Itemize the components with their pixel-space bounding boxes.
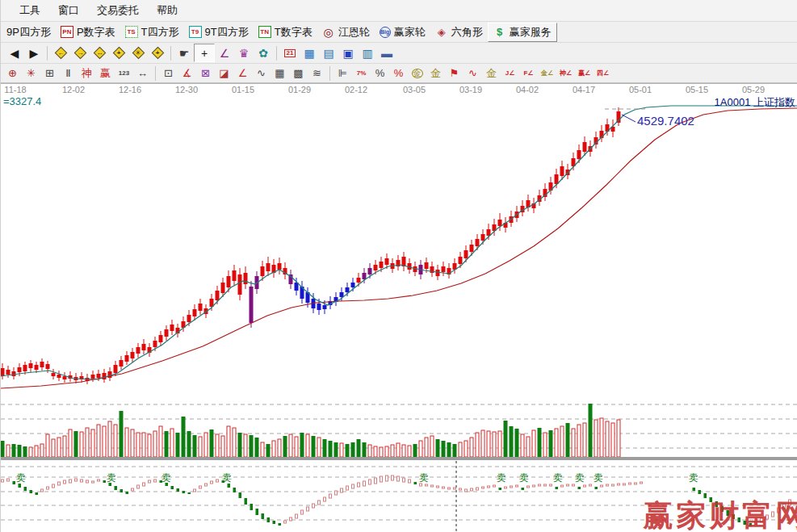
levels-icon[interactable]: ⊫ (333, 65, 352, 81)
back-icon[interactable]: ◀ (5, 44, 24, 61)
volume-canvas[interactable] (1, 402, 797, 460)
fan-lines-icon[interactable]: ∡ (178, 65, 196, 81)
ying-tool-icon[interactable]: 赢 (96, 65, 115, 81)
button-hexagon[interactable]: ◈ 六角形 (430, 23, 488, 41)
flag-icon[interactable]: ⚑ (445, 65, 464, 81)
forward-icon[interactable]: ▶ (24, 44, 44, 61)
publish-icon: ▥ (362, 48, 372, 59)
candle-body (221, 283, 225, 293)
gann-center-icon[interactable]: ⊕ (3, 65, 22, 81)
winner-gann-app: 工具 窗口 交易委托 帮助 9P四方形 PN P数字表 TS T四方形 T9 9… (0, 0, 797, 532)
indicator-mark-pink (290, 517, 292, 521)
menu-tools[interactable]: 工具 (10, 0, 49, 21)
gann-shift-right-icon[interactable]: → (70, 44, 90, 61)
volume-bar-up (136, 433, 140, 457)
ruler-123-icon[interactable]: 123 (115, 65, 133, 81)
calculator-icon: ▦ (304, 48, 314, 59)
button-label: 9T四方形 (205, 25, 249, 40)
volume-bar-up (425, 438, 428, 457)
indicator-mark-green (36, 492, 39, 495)
percent-7-icon[interactable]: 7% (352, 65, 371, 81)
indicator-mark-pink (612, 484, 615, 486)
button-winner-service[interactable]: $ 赢家服务 (488, 23, 557, 42)
angle-measure-icon[interactable]: ∠ (215, 44, 234, 61)
j-angle-icon[interactable]: J∠ (501, 65, 519, 81)
width-measure-icon[interactable]: ↔ (133, 65, 152, 81)
gann-radial-icon[interactable]: ✳ (22, 65, 40, 81)
box-corner-icon[interactable]: ⊡ (159, 65, 178, 81)
volume-bar-up (103, 426, 106, 457)
volume-bar-up (380, 447, 383, 457)
indicator-mark-green (595, 487, 598, 489)
gold2-angle-icon[interactable]: 金∠ (538, 65, 556, 81)
pan-hand-icon[interactable]: ☛ (174, 44, 194, 61)
gann-shift-horizontal-icon[interactable]: ↔ (90, 44, 109, 61)
sell-marker: 卖 (222, 472, 232, 484)
save-icon[interactable]: ▣ (338, 44, 358, 61)
brain-icon[interactable]: ✿ (254, 44, 273, 61)
indicator-pane[interactable]: 卖卖卖卖卖卖卖卖卖卖卖赢家财富网 (1, 460, 797, 532)
f-angle-icon[interactable]: F∠ (519, 65, 538, 81)
indicator-mark-pink (471, 488, 473, 491)
box-diagonal-icon[interactable]: ⊠ (196, 65, 215, 81)
volume-bar-up (385, 446, 388, 457)
k-measure-icon[interactable]: Ⅱ (59, 65, 78, 81)
gann-shift-left-icon[interactable]: ← (51, 44, 70, 61)
gann-grid-icon[interactable]: ⊞ (40, 65, 59, 81)
volume-bar-up (40, 444, 44, 457)
main-chart-canvas[interactable]: 4529.74021A0001 上证指数=3327.4 (1, 95, 797, 402)
gold-angle-icon[interactable]: 金 (482, 65, 501, 81)
percent-lines-icon[interactable]: % (389, 65, 408, 81)
volume-bar-down (12, 444, 16, 457)
button-p-number-table[interactable]: PN P数字表 (56, 23, 120, 41)
indicator-mark-pink (550, 484, 552, 486)
menu-trade-order[interactable]: 交易委托 (88, 0, 148, 21)
grid-icon[interactable]: ▦ (271, 65, 289, 81)
candle-body (193, 309, 197, 316)
notes-icon[interactable]: ▤ (319, 44, 338, 61)
gann-compress-icon[interactable]: + (109, 44, 128, 61)
button-t-number-table[interactable]: TN T数字表 (254, 23, 317, 41)
gann-expand-icon[interactable]: + (148, 44, 167, 61)
button-winner-wheel[interactable]: Big 赢家轮 (375, 23, 430, 41)
si-angle-icon[interactable]: 四∠ (594, 65, 612, 81)
publish-icon[interactable]: ▥ (358, 44, 377, 61)
shen-angle-icon[interactable]: 神∠ (556, 65, 575, 81)
volume-pane[interactable] (1, 402, 797, 460)
button-t-square[interactable]: TS T四方形 (120, 23, 184, 41)
grid-diagonal-icon[interactable]: ▩ (289, 65, 308, 81)
crown-icon[interactable]: ♛ (234, 44, 254, 61)
watermark: 赢家财富网 (643, 499, 797, 532)
wave-icon[interactable]: ∿ (464, 65, 482, 81)
candle-body (199, 304, 203, 311)
shen-tool-icon[interactable]: 神 (78, 65, 96, 81)
percent-icon[interactable]: % (371, 65, 389, 81)
button-9p-square[interactable]: 9P四方形 (2, 23, 56, 41)
gold-lines-icon[interactable]: 金 (426, 65, 445, 81)
indicator-mark-green (103, 480, 107, 483)
box-curves-icon[interactable]: ◪ (215, 65, 233, 81)
indicator-mark-pink (392, 475, 394, 480)
sell-marker: 卖 (107, 472, 116, 484)
button-gann-wheel[interactable]: ◎ 江恩轮 (317, 23, 375, 41)
calendar-icon[interactable]: 21 (280, 44, 300, 61)
volume-bar-up (481, 430, 484, 457)
trend-angle-icon[interactable]: ∠ (233, 65, 252, 81)
parallel-lines-icon[interactable]: ≋ (308, 65, 326, 81)
truck-icon[interactable]: ▬ (377, 44, 396, 61)
main-chart-pane[interactable]: 4529.74021A0001 上证指数=3327.4 (1, 95, 797, 402)
calculator-icon[interactable]: ▦ (300, 44, 319, 61)
date-label: 04-02 (516, 85, 539, 94)
ying-angle-icon[interactable]: 赢∠ (575, 65, 594, 81)
crosshair-icon[interactable]: + (194, 44, 215, 62)
menu-help[interactable]: 帮助 (148, 0, 187, 21)
indicator-mark-pink (69, 480, 72, 483)
zigzag-icon[interactable]: ∿ (252, 65, 271, 81)
menu-window[interactable]: 窗口 (49, 0, 88, 21)
gann-star-icon[interactable]: ✳ (128, 44, 148, 61)
volume-bar-up (142, 433, 145, 457)
button-9t-square[interactable]: T9 9T四方形 (184, 23, 254, 41)
gann-compress-icon: + (112, 47, 125, 60)
gold-circle-icon[interactable]: 金 (408, 65, 426, 81)
indicator-canvas[interactable]: 卖卖卖卖卖卖卖卖卖卖卖赢家财富网 (1, 460, 797, 532)
